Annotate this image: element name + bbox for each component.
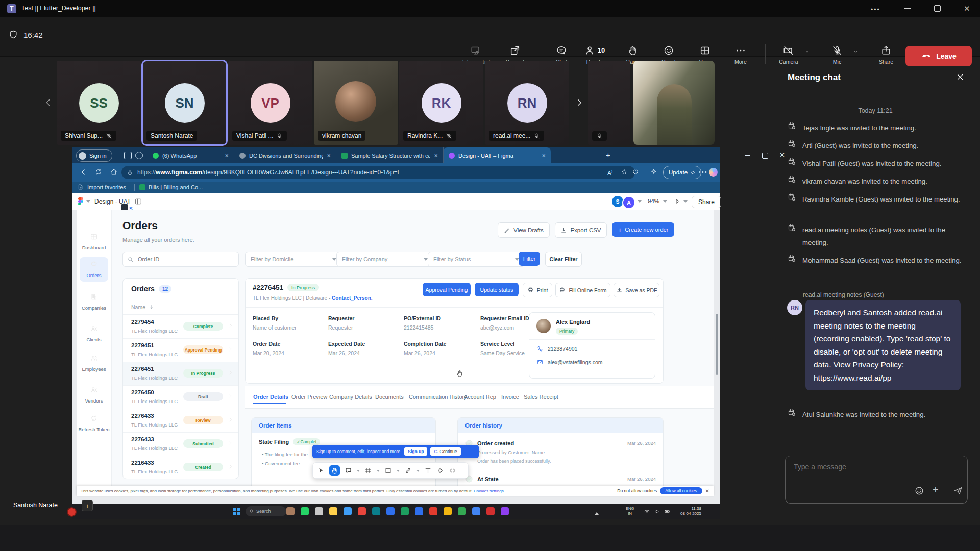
cookies-settings-link[interactable]: Cookies settings [474,489,504,493]
shared-taskbar-app-icon[interactable] [458,507,466,515]
shared-taskbar-app-icon[interactable] [401,507,409,515]
back-icon[interactable] [79,168,88,177]
tab-order-preview[interactable]: Order Preview [291,394,327,400]
view-drafts-button[interactable]: View Drafts [498,222,550,238]
figma-tool-comment[interactable] [345,467,352,474]
cookie-close-icon[interactable]: ✕ [705,488,709,494]
order-row-2279454[interactable]: 2279454TL Flex Holdings LLCComplete [123,315,238,339]
shared-taskbar-app-icon[interactable] [358,507,366,515]
camera-chevron-icon[interactable] [804,48,811,55]
shared-volume-icon[interactable] [654,508,660,515]
chevron-right-icon[interactable] [227,440,234,446]
sort-down-icon[interactable] [148,304,154,310]
participant-tile-ravindra-k-[interactable]: RKRavindra K... [399,61,483,145]
copilot-icon[interactable] [709,168,718,177]
participant-tile-vishal-patil-[interactable]: VPVishal Patil ... [228,61,312,145]
maximize-button[interactable] [934,5,941,12]
page-scrollbar-thumb[interactable] [716,314,718,375]
tab-company-details[interactable]: Company Details [329,394,372,400]
chat-close-icon[interactable] [955,72,965,82]
banner-google-continue-button[interactable]: G Continue [430,447,460,456]
sidebar-item-refresh-token[interactable]: Refresh Token [77,414,111,432]
shared-taskbar-app-icon[interactable] [315,507,323,515]
shared-taskbar-app-icon[interactable] [486,507,495,515]
refresh-icon[interactable] [94,168,103,176]
tiles-previous-button[interactable] [43,97,54,108]
present-play-icon[interactable] [674,198,681,205]
figma-file-menu-chevron-icon[interactable] [86,200,90,205]
present-chevron-icon[interactable] [683,200,688,205]
shared-taskbar-app-icon[interactable] [372,507,380,515]
shared-taskbar-app-icon[interactable] [329,507,337,515]
shared-tray-chevron-icon[interactable] [595,510,599,515]
bookmark-import-favorites[interactable]: Import favorites [87,184,126,190]
favorite-star-icon[interactable] [621,168,628,176]
shared-taskbar-app-icon[interactable] [344,507,352,515]
filter-company-dropdown[interactable]: Filter by Company [336,252,433,267]
browser-profile-button[interactable]: Sign in [76,149,112,162]
chat-message-input[interactable] [793,462,948,471]
browser-tab-3[interactable]: Sample Salary Structure with calc✕ [336,147,444,163]
figma-tool-diamond[interactable] [436,467,444,474]
tab-close-icon[interactable]: ✕ [434,153,438,158]
send-icon[interactable] [953,486,963,496]
read-aloud-icon[interactable]: A) [607,169,612,176]
bookmark-bills[interactable]: Bills | Billing and Co... [149,184,203,190]
order-row-2276451[interactable]: 2276451TL Flex Holdings LLCIn Progress [123,362,238,386]
shared-wifi-icon[interactable] [644,508,650,515]
chevron-right-icon[interactable] [227,416,234,423]
shared-taskbar-app-icon[interactable] [386,507,395,515]
browser-tab-1[interactable]: (6) WhatsApp✕ [148,147,234,163]
contact-phone[interactable]: 2123874901 [548,346,577,352]
order-id-input[interactable] [137,256,220,263]
mic-chevron-icon[interactable] [852,48,859,55]
browser-essentials-icon[interactable] [631,168,640,176]
shared-search-box[interactable]: Search [246,506,286,516]
approval-pending-button[interactable]: Approval Pending [423,283,471,296]
tab-invoice[interactable]: Invoice [501,394,519,400]
filter-status-dropdown[interactable]: Filter by Status [428,252,525,267]
figma-tool-cursor[interactable] [317,467,325,474]
chevron-right-icon[interactable] [227,393,234,399]
save-as-pdf-button[interactable]: Save as PDF [614,283,659,297]
figma-tool-text[interactable] [424,467,432,474]
update-status-button[interactable]: Update status [475,283,519,296]
sidebar-item-companies[interactable]: Companies [77,293,111,311]
emoji-icon[interactable] [914,486,924,496]
tab-account-rep[interactable]: Account Rep [464,394,496,400]
titlebar-more-icon[interactable]: ••• [871,6,880,13]
minimize-button[interactable] [904,8,911,9]
close-button[interactable]: ✕ [964,4,970,13]
order-row-2279451[interactable]: 2279451TL Flex Holdings LLCApproval Pend… [123,338,238,362]
tab-communication-history[interactable]: Communication History [409,394,467,400]
layout-panel-icon[interactable] [134,197,142,206]
orders-column-name[interactable]: Name [131,304,145,310]
figma-share-button[interactable]: Share [692,196,721,208]
contact-email[interactable]: alex@vstatefilings.com [548,359,603,365]
order-row-2276450[interactable]: 2276450TL Flex Holdings LLCDraft [123,385,238,409]
tiles-next-button[interactable] [574,97,585,108]
sidebar-item-orders[interactable]: Orders [77,260,111,278]
workspaces-icon[interactable] [124,152,132,159]
tab-close-icon[interactable]: ✕ [542,153,546,158]
participant-tile-video[interactable] [633,61,715,145]
sidebar-item-vendors[interactable]: Vendors [77,386,111,404]
shared-taskbar-app-icon[interactable] [501,507,509,515]
chevron-right-icon[interactable] [227,463,234,470]
order-id-search[interactable] [122,252,239,267]
tab-actions-icon[interactable] [135,152,143,159]
fill-online-form-button[interactable]: Fill Online Form [555,283,610,297]
sidebar-item-clients[interactable]: Clients [77,324,111,342]
more-button[interactable]: More [724,40,757,69]
tab-order-details[interactable]: Order Details [253,394,288,400]
browser-tab-4[interactable]: Design - UAT – Figma✕ [444,147,551,163]
participant-tile-read-ai-mee-[interactable]: RNread.ai mee... [485,61,569,145]
tab-close-icon[interactable]: ✕ [327,153,331,158]
participant-tile-shivani-sup-[interactable]: SSShivani Sup... [57,61,141,145]
shared-taskbar-app-icon[interactable] [286,507,295,515]
url-field[interactable]: https://www.figma.com/design/9BKQ0FOHRWa… [121,166,635,179]
chevron-right-icon[interactable] [227,369,234,376]
shared-battery-icon[interactable] [664,508,671,515]
browser-tab-2[interactable]: DC Divisions and Surroundings✕ [234,147,336,163]
chevron-right-icon[interactable] [227,322,234,329]
